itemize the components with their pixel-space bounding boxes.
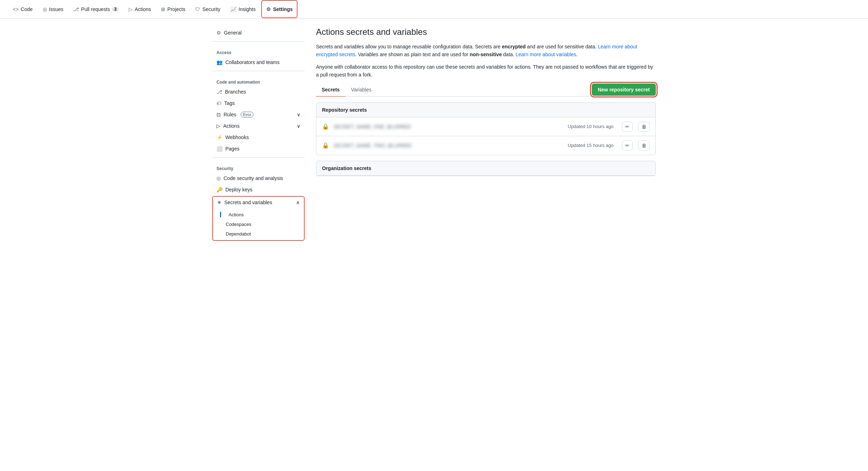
- description-1: Secrets and variables allow you to manag…: [316, 43, 656, 59]
- edit-secret-1-button[interactable]: ✏: [622, 122, 633, 132]
- sidebar-item-pages[interactable]: ⬜ Pages: [212, 143, 305, 154]
- page-title: Actions secrets and variables: [316, 27, 656, 37]
- actions-chevron-icon: ∨: [297, 123, 300, 129]
- nav-issues[interactable]: ◎ Issues: [38, 0, 68, 18]
- org-secrets-box: Organization secrets: [316, 161, 656, 176]
- code-icon: <>: [13, 6, 18, 12]
- insights-icon: 📈: [230, 6, 236, 12]
- collaborators-icon: 👥: [216, 59, 223, 65]
- pr-badge: 3: [112, 7, 119, 12]
- top-nav: <> Code ◎ Issues ⎇ Pull requests 3 ▷ Act…: [0, 0, 868, 18]
- rules-icon: ⊡: [216, 112, 221, 117]
- nav-projects[interactable]: ⊞ Projects: [157, 0, 190, 18]
- sidebar-sub-item-dependabot[interactable]: Dependabot: [213, 229, 304, 239]
- sidebar-item-webhooks[interactable]: ⚡ Webhooks: [212, 132, 305, 143]
- branches-icon: ⎇: [216, 89, 222, 95]
- sidebar: ⚙ General Access 👥 Collaborators and tea…: [212, 27, 305, 242]
- sidebar-sub-item-codespaces[interactable]: Codespaces: [213, 219, 304, 229]
- nav-code[interactable]: <> Code: [9, 0, 37, 18]
- repository-secrets-box: Repository secrets 🔒 SECRET_NAME_ONE_BLU…: [316, 102, 656, 155]
- nav-security[interactable]: 🛡 Security: [191, 0, 225, 18]
- secret-row-1: 🔒 SECRET_NAME_ONE_BLURRED Updated 10 hou…: [316, 117, 655, 136]
- secrets-icon: ✳: [217, 200, 221, 205]
- projects-icon: ⊞: [161, 6, 165, 12]
- lock-icon-1: 🔒: [322, 123, 329, 130]
- issues-icon: ◎: [43, 6, 47, 12]
- general-icon: ⚙: [216, 30, 221, 36]
- sidebar-secrets-header[interactable]: ✳ Secrets and variables ∧: [213, 197, 304, 208]
- secret-updated-2: Updated 15 hours ago: [568, 143, 614, 148]
- sidebar-item-general[interactable]: ⚙ General: [212, 27, 305, 38]
- nav-insights[interactable]: 📈 Insights: [226, 0, 260, 18]
- nav-settings[interactable]: ⚙ Settings: [261, 0, 298, 18]
- sidebar-sub-item-actions[interactable]: Actions: [213, 210, 304, 219]
- sidebar-item-code-security[interactable]: ◎ Code security and analysis: [212, 173, 305, 184]
- edit-secret-2-button[interactable]: ✏: [622, 141, 633, 150]
- sidebar-item-collaborators[interactable]: 👥 Collaborators and teams: [212, 57, 305, 68]
- secret-name-1: SECRET_NAME_ONE_BLURRED: [333, 124, 563, 129]
- settings-icon: ⚙: [266, 6, 271, 12]
- learn-more-variables-link[interactable]: Learn more about variables: [516, 52, 576, 57]
- sidebar-item-deploy-keys[interactable]: 🔑 Deploy keys: [212, 184, 305, 195]
- sidebar-section-security: Security: [212, 160, 305, 173]
- tabs: Secrets Variables: [316, 83, 377, 96]
- pull-requests-icon: ⎇: [73, 6, 79, 12]
- tabs-row: Secrets Variables New repository secret: [316, 83, 656, 97]
- new-repository-secret-button[interactable]: New repository secret: [592, 84, 656, 96]
- tab-variables[interactable]: Variables: [345, 83, 377, 97]
- repository-secrets-header: Repository secrets: [316, 103, 655, 117]
- code-security-icon: ◎: [216, 175, 221, 181]
- delete-secret-1-button[interactable]: 🗑: [638, 122, 650, 132]
- actions-nav-icon: ▷: [129, 6, 133, 12]
- sidebar-item-branches[interactable]: ⎇ Branches: [212, 86, 305, 97]
- rules-chevron-icon: ∨: [297, 112, 300, 117]
- secrets-chevron-up-icon: ∧: [296, 200, 300, 205]
- sidebar-sub-items: Actions Codespaces Dependabot: [213, 208, 304, 240]
- lock-icon-2: 🔒: [322, 142, 329, 149]
- nav-pull-requests[interactable]: ⎇ Pull requests 3: [69, 0, 123, 18]
- webhooks-icon: ⚡: [216, 134, 223, 140]
- layout: ⚙ General Access 👥 Collaborators and tea…: [207, 18, 661, 250]
- actions-sidebar-icon: ▷: [216, 123, 220, 129]
- sidebar-section-code-automation: Code and automation: [212, 74, 305, 86]
- org-secrets-header: Organization secrets: [316, 161, 655, 176]
- sidebar-active-section-secrets: ✳ Secrets and variables ∧ Actions Codesp…: [212, 196, 305, 241]
- beta-badge: Beta: [241, 112, 254, 117]
- nav-actions[interactable]: ▷ Actions: [124, 0, 155, 18]
- deploy-keys-icon: 🔑: [216, 187, 223, 192]
- main-content: Actions secrets and variables Secrets an…: [316, 27, 656, 242]
- secret-updated-1: Updated 10 hours ago: [568, 124, 614, 129]
- delete-secret-2-button[interactable]: 🗑: [638, 141, 650, 150]
- sidebar-item-rules[interactable]: ⊡ Rules Beta ∨: [212, 109, 305, 120]
- secret-name-2: SECRET_NAME_TWO_BLURRED: [333, 143, 563, 148]
- sidebar-item-actions[interactable]: ▷ Actions ∨: [212, 120, 305, 132]
- description-2: Anyone with collaborator access to this …: [316, 63, 656, 79]
- tab-secrets[interactable]: Secrets: [316, 83, 345, 97]
- sidebar-item-tags[interactable]: 🏷 Tags: [212, 97, 305, 109]
- security-nav-icon: 🛡: [195, 6, 200, 12]
- secret-row-2: 🔒 SECRET_NAME_TWO_BLURRED Updated 15 hou…: [316, 136, 655, 155]
- tags-icon: 🏷: [216, 100, 221, 106]
- sidebar-section-access: Access: [212, 44, 305, 57]
- pages-icon: ⬜: [216, 146, 223, 152]
